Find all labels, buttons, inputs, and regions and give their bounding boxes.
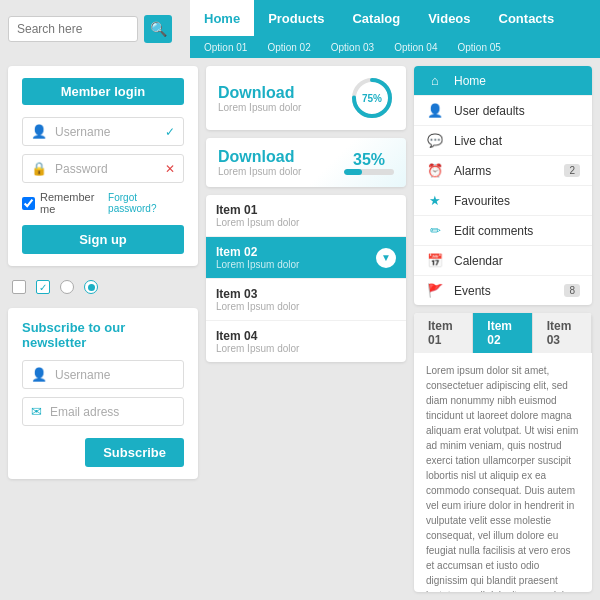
download-text-2: Download Lorem Ipsum dolor [218,148,301,177]
user-icon: 👤 [31,124,47,139]
list-item-content-1: Item 01 Lorem Ipsum dolor [216,203,396,228]
radio-checked[interactable] [84,280,98,294]
nav-menu-live-chat[interactable]: 💬 Live chat [414,126,592,156]
login-box: Member login 👤 Username ✓ 🔒 Password ✕ R… [8,66,198,266]
nav-item-products[interactable]: Products [254,0,338,36]
subscribe-button[interactable]: Subscribe [85,438,184,467]
remember-row: Remember me Forgot password? [22,191,184,215]
nav-sub-option4[interactable]: Option 04 [384,42,447,53]
newsletter-title: Subscribe to our newsletter [22,320,184,350]
checkbox-checked[interactable]: ✓ [36,280,50,294]
download-banner-1: Download Lorem Ipsum dolor 75% [206,66,406,130]
checkbox-row: ✓ [8,274,198,300]
nav-main: Home Products Catalog Videos Contacts [190,0,600,36]
tab-content: Lorem ipsum dolor sit amet, consectetuer… [414,353,592,592]
events-badge: 8 [564,284,580,297]
live-chat-icon: 💬 [426,133,444,148]
nav-edit-comments-label: Edit comments [454,224,580,238]
main-content: Member login 👤 Username ✓ 🔒 Password ✕ R… [0,58,600,600]
tabs-header: Item 01 Item 02 Item 03 [414,313,592,353]
edit-comments-icon: ✏ [426,223,444,238]
nav-area: Home Products Catalog Videos Contacts Op… [190,0,600,58]
newsletter-email-field: ✉ Email adress [22,397,184,426]
remember-left: Remember me [22,191,108,215]
home-icon: ⌂ [426,73,444,88]
list-item-sub-2: Lorem Ipsum dolor [216,259,376,270]
nav-menu-alarms[interactable]: ⏰ Alarms 2 [414,156,592,186]
nav-menu-calendar[interactable]: 📅 Calendar [414,246,592,276]
nav-menu-user-defaults[interactable]: 👤 User defaults [414,96,592,126]
alarms-badge: 2 [564,164,580,177]
nav-sub-option3[interactable]: Option 03 [321,42,384,53]
search-area: 🔍 [0,0,190,58]
radio-dot [88,284,95,291]
nav-calendar-label: Calendar [454,254,580,268]
list-item-1[interactable]: Item 01 Lorem Ipsum dolor [206,195,406,237]
check-icon: ✓ [165,125,175,139]
nav-menu-edit-comments[interactable]: ✏ Edit comments [414,216,592,246]
search-button[interactable]: 🔍 [144,15,172,43]
newsletter-box: Subscribe to our newsletter 👤 Username ✉… [8,308,198,479]
download-subtitle-2: Lorem Ipsum dolor [218,166,301,177]
tab-item-1[interactable]: Item 01 [414,313,473,353]
circle-progress-1: 75% [350,76,394,120]
left-panel: Member login 👤 Username ✓ 🔒 Password ✕ R… [8,66,198,592]
list-item-title-4: Item 04 [216,329,396,343]
nav-item-catalog[interactable]: Catalog [338,0,414,36]
list-box: Item 01 Lorem Ipsum dolor Item 02 Lorem … [206,195,406,362]
tab-item-2[interactable]: Item 02 [473,313,532,353]
nav-item-home[interactable]: Home [190,0,254,36]
list-item-sub-4: Lorem Ipsum dolor [216,343,396,354]
list-item-4[interactable]: Item 04 Lorem Ipsum dolor [206,321,406,362]
events-icon: 🚩 [426,283,444,298]
download-banner-2: Download Lorem Ipsum dolor 35% [206,138,406,187]
nav-menu-favourites[interactable]: ★ Favourites [414,186,592,216]
calendar-icon: 📅 [426,253,444,268]
login-title: Member login [22,78,184,105]
clear-icon: ✕ [165,162,175,176]
nav-live-chat-label: Live chat [454,134,580,148]
list-item-title-1: Item 01 [216,203,396,217]
nav-item-contacts[interactable]: Contacts [485,0,569,36]
list-item-title-3: Item 03 [216,287,396,301]
newsletter-email-icon: ✉ [31,404,42,419]
radio-unchecked[interactable] [60,280,74,294]
checkbox-unchecked[interactable] [12,280,26,294]
nav-sub-option2[interactable]: Option 02 [257,42,320,53]
remember-checkbox[interactable] [22,197,35,210]
bar-progress-2: 35% [344,151,394,175]
lock-icon: 🔒 [31,161,47,176]
list-item-3[interactable]: Item 03 Lorem Ipsum dolor [206,279,406,321]
signup-button[interactable]: Sign up [22,225,184,254]
tabs-box: Item 01 Item 02 Item 03 Lorem ipsum dolo… [414,313,592,592]
tab-item-3[interactable]: Item 03 [533,313,592,353]
list-item-2[interactable]: Item 02 Lorem Ipsum dolor ▼ [206,237,406,279]
bar-fill-2 [344,169,362,175]
download-title-1: Download [218,84,301,102]
nav-user-defaults-label: User defaults [454,104,580,118]
username-field: 👤 Username ✓ [22,117,184,146]
nav-events-label: Events [454,284,554,298]
middle-panel: Download Lorem Ipsum dolor 75% Download … [206,66,406,592]
download-subtitle-1: Lorem Ipsum dolor [218,102,301,113]
forgot-password-link[interactable]: Forgot password? [108,192,184,214]
right-panel: ⌂ Home 👤 User defaults 💬 Live chat ⏰ Ala… [414,66,592,592]
nav-sub-option5[interactable]: Option 05 [448,42,511,53]
nav-sub-option1[interactable]: Option 01 [194,42,257,53]
list-item-title-2: Item 02 [216,245,376,259]
remember-label: Remember me [40,191,108,215]
download-text-1: Download Lorem Ipsum dolor [218,84,301,113]
list-item-arrow-2: ▼ [376,248,396,268]
list-item-content-2: Item 02 Lorem Ipsum dolor [216,245,376,270]
favourites-icon: ★ [426,193,444,208]
nav-menu-events[interactable]: 🚩 Events 8 [414,276,592,305]
newsletter-user-icon: 👤 [31,367,47,382]
nav-item-videos[interactable]: Videos [414,0,484,36]
bar-track-2 [344,169,394,175]
nav-menu-home[interactable]: ⌂ Home [414,66,592,96]
nav-favourites-label: Favourites [454,194,580,208]
list-item-content-4: Item 04 Lorem Ipsum dolor [216,329,396,354]
username-label: Username [55,125,157,139]
search-input[interactable] [8,16,138,42]
top-bar: 🔍 Home Products Catalog Videos Contacts … [0,0,600,58]
